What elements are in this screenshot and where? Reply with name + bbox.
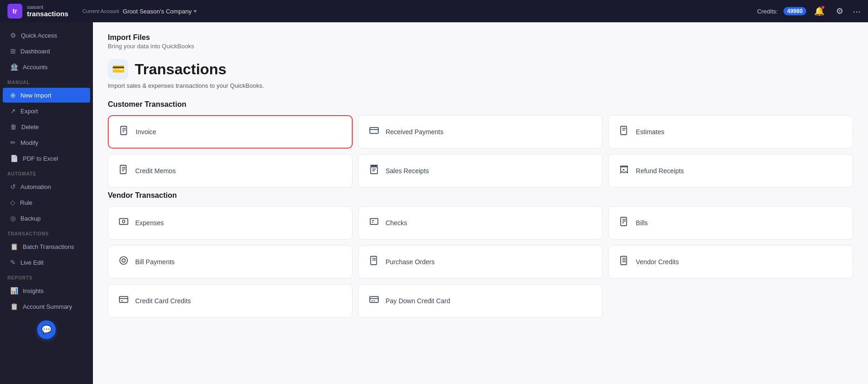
sidebar-item-automation[interactable]: ↺ Automation xyxy=(3,179,90,194)
chevron-down-icon: ▾ xyxy=(194,8,197,14)
sidebar-item-new-import[interactable]: ⊕ New Import xyxy=(3,88,90,103)
sales-receipts-label: Sales Receipts xyxy=(386,167,429,175)
card-bill-payments[interactable]: Bill Payments xyxy=(108,245,353,279)
header-right: Credits: 49980 🔔 ⚙ ··· xyxy=(757,4,861,19)
sidebar-item-modify[interactable]: ✏ Modify xyxy=(3,135,90,150)
notification-dot xyxy=(821,6,825,9)
card-expenses[interactable]: Expenses xyxy=(108,206,353,240)
vendor-credits-icon xyxy=(619,255,629,268)
sidebar-item-live-edit[interactable]: ✎ Live Edit xyxy=(3,255,90,270)
card-checks[interactable]: Checks xyxy=(358,206,603,240)
card-estimates[interactable]: Estimates xyxy=(608,115,853,149)
credit-memos-label: Credit Memos xyxy=(135,167,176,175)
card-bills[interactable]: Bills xyxy=(608,206,853,240)
pay-down-credit-card-icon xyxy=(369,294,379,307)
card-pay-down-credit-card[interactable]: Pay Down Credit Card xyxy=(358,284,603,318)
sidebar-item-batch-transactions[interactable]: 📋 Batch Transactions xyxy=(3,239,90,254)
received-payments-icon xyxy=(369,125,379,138)
card-vendor-credits[interactable]: Vendor Credits xyxy=(608,245,853,279)
card-credit-memos[interactable]: Credit Memos xyxy=(108,154,353,188)
transactions-icon: 💳 xyxy=(112,63,125,75)
notification-button[interactable]: 🔔 xyxy=(812,4,827,19)
purchase-orders-label: Purchase Orders xyxy=(386,258,435,266)
reports-section-label: REPORTS xyxy=(0,271,93,282)
svg-rect-0 xyxy=(121,126,127,135)
delete-icon: 🗑 xyxy=(10,123,17,130)
expenses-label: Expenses xyxy=(135,219,164,227)
import-title: Transactions xyxy=(135,61,226,78)
svg-rect-9 xyxy=(120,165,126,174)
vendor-cards-grid: Expenses Checks Bills Bill Payments xyxy=(108,206,853,318)
chat-button[interactable]: 💬 xyxy=(37,320,56,339)
card-refund-receipts[interactable]: Refund Receipts xyxy=(608,154,853,188)
settings-button[interactable]: ⚙ xyxy=(832,4,847,19)
sidebar-item-account-summary[interactable]: 📋 Account Summary xyxy=(3,299,90,314)
estimates-label: Estimates xyxy=(636,128,664,136)
refund-receipts-label: Refund Receipts xyxy=(636,167,684,175)
import-description: Import sales & expenses transactions to … xyxy=(108,82,853,89)
card-sales-receipts[interactable]: Sales Receipts xyxy=(358,154,603,188)
manual-section-label: MANUAL xyxy=(0,75,93,87)
estimates-icon xyxy=(619,125,629,138)
card-credit-card-credits[interactable]: Credit Card Credits xyxy=(108,284,353,318)
automation-icon: ↺ xyxy=(10,183,16,190)
account-summary-icon: 📋 xyxy=(10,303,18,310)
svg-point-17 xyxy=(122,220,125,223)
invoice-label: Invoice xyxy=(136,128,156,136)
checks-label: Checks xyxy=(386,219,408,227)
app-branding: saasant transactions xyxy=(27,5,68,18)
credit-memos-icon xyxy=(118,164,129,177)
insights-icon: 📊 xyxy=(10,287,18,294)
pay-down-credit-card-label: Pay Down Credit Card xyxy=(386,297,450,305)
sidebar-item-delete[interactable]: 🗑 Delete xyxy=(3,119,90,134)
checks-icon xyxy=(369,216,379,229)
svg-rect-6 xyxy=(621,126,627,135)
svg-rect-37 xyxy=(369,297,378,303)
import-header: 💳 Transactions xyxy=(108,59,853,79)
expenses-icon xyxy=(118,216,129,229)
dashboard-icon: ⊞ xyxy=(10,47,16,55)
vendor-transaction-heading: Vendor Transaction xyxy=(108,191,853,200)
quick-access-icon: ⚙ xyxy=(10,32,16,39)
page-title: Import Files xyxy=(108,33,853,42)
automate-section-label: AUTOMATE xyxy=(0,167,93,178)
card-invoice[interactable]: Invoice xyxy=(108,115,353,149)
svg-point-26 xyxy=(122,259,125,262)
import-icon-box: 💳 xyxy=(108,59,128,79)
account-selector[interactable]: Current Account Groot Season's Company ▾ xyxy=(82,8,196,15)
received-payments-label: Received Payments xyxy=(386,128,444,136)
backup-icon: ◎ xyxy=(10,215,16,222)
svg-rect-13 xyxy=(370,167,377,174)
svg-point-25 xyxy=(120,257,128,265)
logo-area: tr saasant transactions Current Account … xyxy=(7,4,197,19)
svg-rect-16 xyxy=(119,219,128,225)
page-subtitle: Bring your data into QuickBooks xyxy=(108,43,853,50)
bills-icon xyxy=(619,216,629,229)
sidebar-item-insights[interactable]: 📊 Insights xyxy=(3,283,90,298)
svg-rect-4 xyxy=(369,128,378,134)
more-menu-button[interactable]: ··· xyxy=(853,6,861,17)
sidebar-item-dashboard[interactable]: ⊞ Dashboard xyxy=(3,44,90,59)
pdf-to-excel-icon: 📄 xyxy=(10,155,18,162)
card-purchase-orders[interactable]: Purchase Orders xyxy=(358,245,603,279)
sidebar-item-quick-access[interactable]: ⚙ Quick Access xyxy=(3,28,90,43)
svg-rect-34 xyxy=(119,297,128,303)
sidebar-item-accounts[interactable]: 🏦 Accounts xyxy=(3,59,90,74)
credit-card-credits-label: Credit Card Credits xyxy=(135,297,191,305)
card-received-payments[interactable]: Received Payments xyxy=(358,115,603,149)
sidebar-item-pdf-to-excel[interactable]: 📄 PDF to Excel xyxy=(3,151,90,166)
customer-cards-grid: Invoice Received Payments Estimates Cred… xyxy=(108,115,853,188)
sidebar-item-backup[interactable]: ◎ Backup xyxy=(3,211,90,226)
rule-icon: ◇ xyxy=(10,199,15,206)
sidebar-item-export[interactable]: ↗ Export xyxy=(3,104,90,118)
accounts-icon: 🏦 xyxy=(10,63,18,71)
top-header: tr saasant transactions Current Account … xyxy=(0,0,868,22)
svg-rect-21 xyxy=(621,217,627,226)
sidebar-item-rule[interactable]: ◇ Rule xyxy=(3,195,90,210)
customer-transaction-heading: Customer Transaction xyxy=(108,100,853,109)
credits-badge: 49980 xyxy=(783,7,806,15)
live-edit-icon: ✎ xyxy=(10,259,16,266)
sales-receipts-icon xyxy=(369,164,379,177)
credit-card-credits-icon xyxy=(118,294,129,307)
main-content: Import Files Bring your data into QuickB… xyxy=(93,22,868,384)
